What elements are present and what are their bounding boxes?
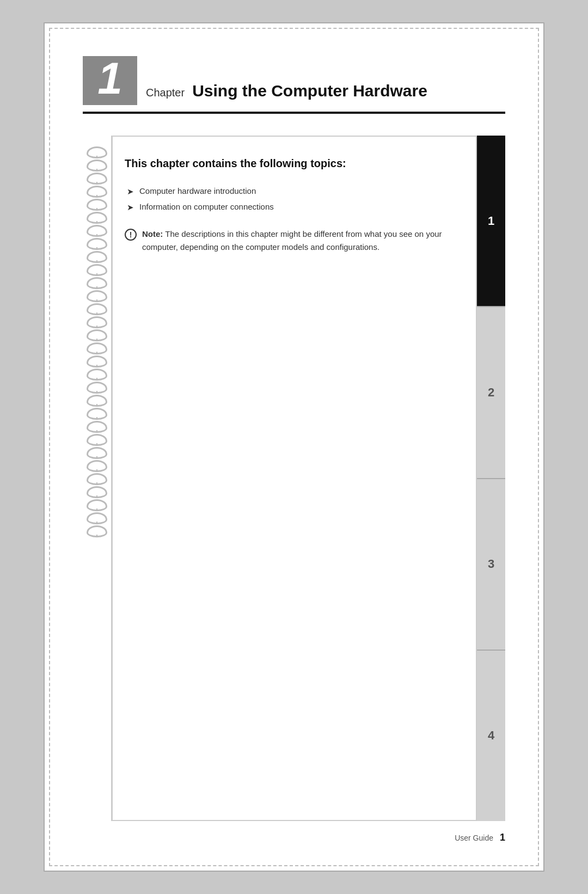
spiral-coil (87, 146, 107, 158)
tab-label: 2 (488, 385, 494, 400)
footer-guide-label: User Guide (455, 834, 493, 842)
note-body: The descriptions in this chapter might b… (142, 229, 442, 252)
spiral-coil (87, 421, 107, 433)
chapter-label-title: Chapter Using the Computer Hardware (146, 81, 505, 105)
chapter-number: 1 (97, 56, 122, 101)
note-text: Note: The descriptions in this chapter m… (142, 228, 460, 254)
list-item: ➤ Information on computer connections (127, 202, 460, 212)
tab-chapter-2[interactable]: 2 (477, 307, 505, 479)
spiral-coil (87, 447, 107, 459)
tab-label: 3 (488, 557, 494, 571)
spiral-coil (87, 395, 107, 407)
topics-heading: This chapter contains the following topi… (125, 156, 460, 171)
spiral-coil (87, 329, 107, 341)
page-document: 1 Chapter Using the Computer Hardware (44, 22, 544, 872)
chapter-header: 1 Chapter Using the Computer Hardware (83, 56, 505, 105)
spiral-coil (87, 290, 107, 302)
tab-chapter-3[interactable]: 3 (477, 479, 505, 651)
spiral-coil (87, 408, 107, 420)
chapter-tabs: 1 2 3 4 (477, 136, 505, 821)
note-icon: ! (125, 229, 137, 241)
note-label: Note: (142, 229, 163, 238)
spiral-coil (87, 173, 107, 185)
topic-text: Information on computer connections (139, 202, 274, 211)
notebook-page: This chapter contains the following topi… (111, 136, 477, 821)
arrow-icon: ➤ (127, 187, 134, 197)
spiral-coil (87, 512, 107, 524)
spiral-coil (87, 160, 107, 172)
spiral-coil (87, 382, 107, 394)
spiral-coil (87, 277, 107, 289)
chapter-title: Using the Computer Hardware (192, 81, 427, 101)
notebook-container: This chapter contains the following topi… (83, 136, 505, 821)
notebook-content: This chapter contains the following topi… (125, 156, 460, 801)
spiral-coil (87, 499, 107, 511)
tab-label: 4 (488, 728, 494, 743)
spiral-coil (87, 264, 107, 276)
tab-chapter-4[interactable]: 4 (477, 651, 505, 821)
spiral-coil (87, 186, 107, 198)
tab-chapter-1[interactable]: 1 (477, 136, 505, 307)
spiral-coil (87, 486, 107, 498)
spiral-coil (87, 525, 107, 537)
topic-text: Computer hardware introduction (139, 186, 256, 195)
chapter-label: Chapter (146, 87, 185, 99)
spiral-coil (87, 434, 107, 446)
note-block: ! Note: The descriptions in this chapter… (125, 228, 460, 254)
tab-label: 1 (488, 214, 494, 228)
list-item: ➤ Computer hardware introduction (127, 186, 460, 197)
spiral-coil (87, 303, 107, 315)
footer-page-number: 1 (500, 832, 505, 843)
spiral-coil (87, 316, 107, 328)
spiral-coil (87, 460, 107, 472)
spiral-coil (87, 356, 107, 368)
spiral-coil (87, 251, 107, 263)
chapter-number-block: 1 (83, 56, 137, 105)
spiral-coil (87, 342, 107, 354)
arrow-icon: ➤ (127, 203, 134, 212)
spiral-coil (87, 199, 107, 211)
spiral-coil (87, 225, 107, 237)
spiral-coil (87, 238, 107, 250)
spiral-coil (87, 369, 107, 381)
topic-list: ➤ Computer hardware introduction ➤ Infor… (125, 186, 460, 212)
spiral-coil (87, 473, 107, 485)
spiral-binding (83, 136, 111, 821)
chapter-divider (83, 112, 505, 114)
spiral-coil (87, 212, 107, 224)
footer: User Guide 1 (83, 821, 505, 843)
